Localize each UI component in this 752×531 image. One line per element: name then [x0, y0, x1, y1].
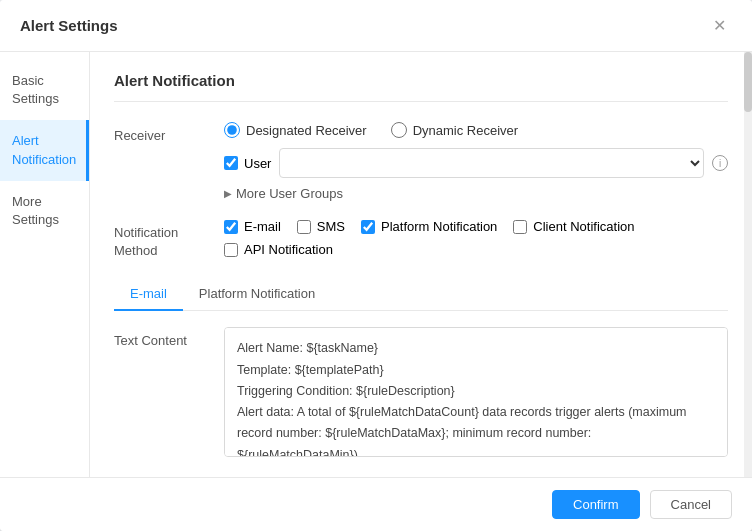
designated-receiver-option[interactable]: Designated Receiver	[224, 122, 367, 138]
cancel-button[interactable]: Cancel	[650, 490, 732, 519]
platform-checkbox[interactable]	[361, 220, 375, 234]
tab-platform-notification[interactable]: Platform Notification	[183, 278, 331, 311]
notification-method-label: Notification Method	[114, 219, 224, 260]
dynamic-receiver-radio[interactable]	[391, 122, 407, 138]
dialog-body: Basic Settings Alert Notification More S…	[0, 52, 752, 477]
dialog-footer: Confirm Cancel	[0, 477, 752, 531]
dialog-title: Alert Settings	[20, 17, 118, 34]
tab-email[interactable]: E-mail	[114, 278, 183, 311]
receiver-label: Receiver	[114, 122, 224, 145]
receiver-content: Designated Receiver Dynamic Receiver	[224, 122, 728, 201]
designated-receiver-label: Designated Receiver	[246, 123, 367, 138]
user-label: User	[244, 156, 271, 171]
close-button[interactable]: ✕	[707, 14, 732, 37]
user-checkbox[interactable]	[224, 156, 238, 170]
sidebar-item-alert-notification[interactable]: Alert Notification	[0, 120, 89, 180]
receiver-row: Receiver Designated Receiver Dynamic Rec…	[114, 122, 728, 201]
scrollbar-track	[744, 52, 752, 477]
email-checkbox[interactable]	[224, 220, 238, 234]
scrollbar-thumb[interactable]	[744, 52, 752, 112]
client-notification-option[interactable]: Client Notification	[513, 219, 634, 234]
api-notification-option[interactable]: API Notification	[224, 242, 728, 257]
text-content-row: Text Content	[114, 327, 728, 460]
chevron-right-icon: ▶	[224, 188, 232, 199]
info-icon[interactable]: i	[712, 155, 728, 171]
notification-options-row2: API Notification	[224, 242, 728, 257]
section-title: Alert Notification	[114, 72, 728, 102]
text-content-textarea[interactable]	[224, 327, 728, 457]
api-label: API Notification	[244, 242, 333, 257]
dialog-header: Alert Settings ✕	[0, 0, 752, 52]
email-option[interactable]: E-mail	[224, 219, 281, 234]
text-content-label: Text Content	[114, 327, 224, 350]
user-select[interactable]	[279, 148, 704, 178]
sidebar-item-basic-settings[interactable]: Basic Settings	[0, 60, 89, 120]
email-label: E-mail	[244, 219, 281, 234]
notification-options-row1: E-mail SMS Platform Notification	[224, 219, 728, 234]
sidebar: Basic Settings Alert Notification More S…	[0, 52, 90, 477]
user-checkbox-item[interactable]: User	[224, 156, 271, 171]
client-checkbox[interactable]	[513, 220, 527, 234]
client-label: Client Notification	[533, 219, 634, 234]
more-user-groups[interactable]: ▶ More User Groups	[224, 186, 728, 201]
sms-label: SMS	[317, 219, 345, 234]
main-scroll-wrapper: Alert Notification Receiver Designated R…	[90, 52, 752, 477]
confirm-button[interactable]: Confirm	[552, 490, 640, 519]
platform-label: Platform Notification	[381, 219, 497, 234]
dynamic-receiver-label: Dynamic Receiver	[413, 123, 518, 138]
designated-receiver-radio[interactable]	[224, 122, 240, 138]
api-checkbox[interactable]	[224, 243, 238, 257]
notification-method-row: Notification Method E-mail SMS	[114, 219, 728, 260]
alert-settings-dialog: Alert Settings ✕ Basic Settings Alert No…	[0, 0, 752, 531]
text-content-area-wrapper	[224, 327, 728, 460]
more-groups-label: More User Groups	[236, 186, 343, 201]
sidebar-item-more-settings[interactable]: More Settings	[0, 181, 89, 241]
dynamic-receiver-option[interactable]: Dynamic Receiver	[391, 122, 518, 138]
sms-option[interactable]: SMS	[297, 219, 345, 234]
receiver-radio-group: Designated Receiver Dynamic Receiver	[224, 122, 728, 138]
notification-method-content: E-mail SMS Platform Notification	[224, 219, 728, 257]
user-row: User i	[224, 148, 728, 178]
tabs-row: E-mail Platform Notification	[114, 278, 728, 311]
sms-checkbox[interactable]	[297, 220, 311, 234]
platform-notification-option[interactable]: Platform Notification	[361, 219, 497, 234]
main-content: Alert Notification Receiver Designated R…	[90, 52, 752, 477]
